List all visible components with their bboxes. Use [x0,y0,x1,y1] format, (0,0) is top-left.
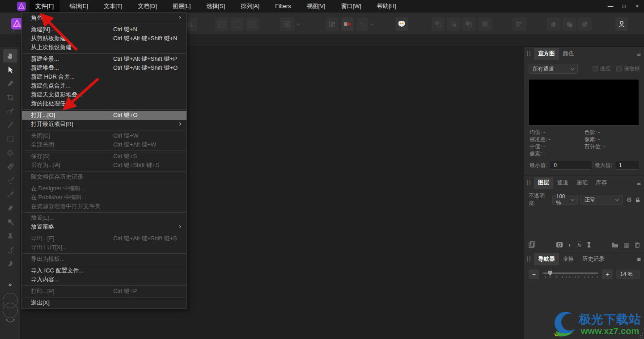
tab-layers[interactable]: 图层 [534,177,553,189]
resize-grip[interactable] [637,332,643,338]
menu-item-open-in-explorer[interactable]: 在资源管理器中打开文件夹 [22,202,186,211]
selection-refine-dropdown[interactable] [295,17,301,31]
flood-select-tool[interactable] [3,118,17,132]
layer-effects-icon[interactable] [587,242,591,248]
min-value-field[interactable]: 0 [550,161,593,170]
close-button[interactable]: × [631,0,644,13]
zoom-slider-thumb[interactable] [548,271,552,276]
dust-removal-button[interactable] [356,17,368,31]
alignment-button[interactable] [513,17,527,31]
panel-drag-handle-icon[interactable] [527,51,530,56]
maximize-button[interactable]: □ [617,0,631,13]
dust-removal-dropdown[interactable] [369,17,375,31]
panel-menu-icon[interactable]: ≡ [637,255,641,263]
menubar-item-view[interactable]: 视图[V] [301,0,331,13]
move-backward-button[interactable] [462,17,475,31]
mask-layer-icon[interactable] [556,242,563,248]
blur-brush-tool[interactable] [3,243,17,256]
menu-item-import-icc[interactable]: 导入 ICC 配置文件... [22,266,186,275]
tab-channels[interactable]: 通道 [553,177,572,189]
menubar-item-filters[interactable]: Filters [269,0,297,13]
gradient-tool[interactable] [3,160,17,173]
menubar-item-text[interactable]: 文本[T] [98,0,128,13]
color-picker-tool[interactable] [3,77,17,90]
erase-brush-tool[interactable] [3,201,17,215]
menu-item-new-from-clipboard[interactable]: 从剪贴板新建Ctrl 键+Alt 键+Shift 键+N [22,34,186,43]
color-selector[interactable] [0,293,21,329]
fill-color-swatch[interactable] [3,303,18,318]
swap-colors-icon[interactable] [5,319,16,324]
boolean-subtract-button[interactable] [562,17,576,31]
menu-item-place[interactable]: 放置[L]... [22,213,186,222]
new-layer-icon[interactable]: ▦ [624,242,629,248]
layer-settings-gear-icon[interactable]: ⚙ [626,196,632,203]
menu-item-close-all[interactable]: 全部关闭Ctrl 键+Alt 键+W [22,140,186,149]
tab-transform[interactable]: 变换 [559,253,578,265]
channel-dropdown[interactable]: 所有通道 [529,64,578,74]
snapping-button[interactable] [326,17,338,31]
menu-item-new-batch-job[interactable]: 新的批处理任务... [22,99,186,108]
menubar-item-edit[interactable]: 编辑[E] [64,0,94,13]
move-tool[interactable] [3,63,17,76]
marquee-checkbox[interactable] [616,66,622,71]
menu-item-close[interactable]: 关闭[C]Ctrl 键+W [22,131,186,140]
tab-color[interactable]: 颜色 [559,48,578,60]
dodge-brush-tool[interactable] [3,215,17,229]
tab-stock[interactable]: 库存 [592,177,611,189]
menu-item-edit-in-designer[interactable]: 在 Designer 中编辑... [22,184,186,193]
assistant-manager-button[interactable] [395,17,408,31]
move-to-back-button[interactable] [479,17,492,31]
menubar-item-document[interactable]: 文档[D] [132,0,163,13]
tab-history[interactable]: 历史记录 [578,253,609,265]
clone-stamp-tool[interactable] [3,229,17,243]
blend-mode-dropdown[interactable]: 正常 [580,195,623,205]
selection-new-mode-button[interactable] [215,17,229,31]
menu-item-save-as[interactable]: 另存为...[A]Ctrl 键+Shift 键+S [22,161,186,170]
menu-item-new-astro-stack[interactable]: 新建天文摄影堆叠... [22,90,186,99]
selection-refine-button[interactable] [280,17,295,31]
menubar-item-select[interactable]: 选择[S] [200,0,231,13]
menubar-item-arrange[interactable]: 排列[A] [235,0,265,13]
more-tools-button[interactable]: » [3,281,17,288]
menu-item-new-hdr-merge[interactable]: 新建 HDR 合并... [22,72,186,81]
flood-fill-tool[interactable] [3,146,17,159]
max-value-field[interactable]: 1 [615,161,639,170]
tab-histogram[interactable]: 直方图 [534,48,559,60]
pixel-tool[interactable] [3,188,17,201]
menu-item-save-history[interactable]: 随文档保存历史记录 [22,172,186,181]
menu-item-import-content[interactable]: 导入内容... [22,275,186,284]
panel-menu-icon[interactable]: ≡ [637,179,641,187]
live-filter-icon[interactable]: fx [577,242,581,248]
opacity-dropdown[interactable]: 100 % [552,195,578,205]
menu-item-open-recent[interactable]: 打开最近项目[R] [22,120,186,129]
menubar-item-help[interactable]: 帮助[H] [371,0,402,13]
marquee-select-tool[interactable] [3,132,17,146]
selection-brush-tool[interactable] [3,105,17,118]
menu-item-exit[interactable]: 退出[X] [22,298,186,307]
zoom-in-button[interactable]: + [602,269,612,279]
selection-subtract-mode-button[interactable] [246,17,259,31]
panel-menu-icon[interactable]: ≡ [637,50,641,58]
menu-item-save[interactable]: 保存[S]Ctrl 键+S [22,152,186,161]
adjustment-layer-icon[interactable]: ◐ [568,241,572,248]
menu-item-new-from-preset[interactable]: 从上次预设新建 [22,43,186,52]
minimize-button[interactable]: — [604,0,617,13]
tab-navigator[interactable]: 导航器 [534,253,559,265]
menu-item-open[interactable]: 打开...[O]Ctrl 键+O [22,111,186,120]
assistant-options-button[interactable] [341,17,354,31]
delete-layer-trash-icon[interactable] [635,242,640,248]
menu-item-print[interactable]: 打印...[P]Ctrl 键+P [22,287,186,296]
menu-item-export[interactable]: 导出...[E]Ctrl 键+Alt 键+Shift 键+S [22,234,186,243]
zoom-out-button[interactable]: − [529,269,539,279]
panel-drag-handle-icon[interactable] [527,180,530,185]
zoom-value-field[interactable]: 14 % [616,270,640,279]
menu-item-new-stack[interactable]: 新建堆叠...Ctrl 键+Alt 键+Shift 键+O [22,63,186,72]
layer-checkbox[interactable] [593,66,598,71]
menu-item-new-panorama[interactable]: 新建全景...Ctrl 键+Alt 键+Shift 键+P [22,54,186,63]
view-hand-tool[interactable] [3,49,17,63]
account-button[interactable] [615,17,628,31]
selection-add-mode-button[interactable] [230,17,244,31]
menubar-item-file[interactable]: 文件[F] [30,0,59,13]
menu-item-export-lut[interactable]: 导出 LUT[X]... [22,243,186,252]
lock-icon[interactable] [636,197,640,203]
